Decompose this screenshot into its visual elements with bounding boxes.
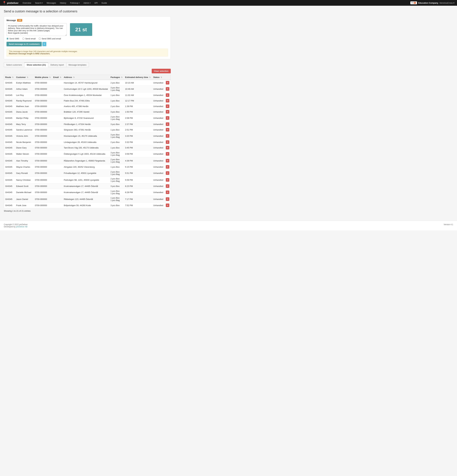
cell-address: Flintåsvägen 1, 47334 Henån <box>63 121 109 127</box>
nav-history[interactable]: History <box>58 0 68 6</box>
nav-search[interactable]: Search ▾ <box>33 0 44 6</box>
cell-delete[interactable]: ✕ <box>165 85 171 92</box>
cell-delete[interactable]: ✕ <box>165 80 171 85</box>
delete-row-button[interactable]: ✕ <box>166 134 169 138</box>
sms-radio-label[interactable]: Send SMS <box>7 37 19 40</box>
col-delivery-time[interactable]: Estimated delivery time ⇅ <box>124 75 152 80</box>
cell-phone: 0700-000000 <box>34 183 52 189</box>
cell-delivery-time: 2:37 PM <box>124 121 152 127</box>
cell-phone: 0700-000000 <box>34 109 52 115</box>
cell-route: GHI345 <box>4 196 15 203</box>
brand[interactable]: 📍 pinDeliver <box>2 1 18 5</box>
cell-delete[interactable]: ✕ <box>165 203 171 208</box>
delete-row-button[interactable]: ✕ <box>166 81 169 85</box>
cell-delete[interactable]: ✕ <box>165 177 171 183</box>
cell-status: Unhandled <box>152 170 165 177</box>
delete-row-button[interactable]: ✕ <box>166 93 169 97</box>
cell-phone: 0700-000000 <box>34 80 52 85</box>
col-packages[interactable]: Packages ⇅ <box>109 75 124 80</box>
cell-delete[interactable]: ✕ <box>165 164 171 170</box>
delete-row-button[interactable]: ✕ <box>166 178 169 182</box>
cell-customer: Diana Jacob <box>15 109 34 115</box>
message-header: Message 195 <box>7 19 168 22</box>
cell-phone: 0700-000000 <box>34 133 52 139</box>
cell-delete[interactable]: ✕ <box>165 183 171 189</box>
clear-selection-button[interactable]: Clear selection <box>152 69 171 73</box>
mail-badge[interactable]: ✉ 0 <box>410 1 417 4</box>
cell-delete[interactable]: ✕ <box>165 98 171 103</box>
delete-row-button[interactable]: ✕ <box>166 87 169 91</box>
delete-row-button[interactable]: ✕ <box>166 122 169 126</box>
info-button[interactable]: ℹ <box>42 42 46 46</box>
tab-show-selection[interactable]: Show selection (21) <box>24 62 48 67</box>
delete-row-button[interactable]: ✕ <box>166 204 169 207</box>
tab-delivery-report[interactable]: Delivery report <box>48 63 66 67</box>
cell-status: Unhandled <box>152 85 165 92</box>
cell-delete[interactable]: ✕ <box>165 145 171 151</box>
cell-delete[interactable]: ✕ <box>165 170 171 177</box>
nav-overview[interactable]: Overview <box>21 0 33 6</box>
tab-select-customers[interactable]: Select customers <box>4 63 24 67</box>
delete-row-button[interactable]: ✕ <box>166 152 169 156</box>
table-row: GHI345 Wayne Charles 0700-000000 Almgata… <box>4 164 171 170</box>
delete-row-button[interactable]: ✕ <box>166 128 169 131</box>
navbar: 📍 pinDeliver Overview Search ▾ Messages … <box>0 0 457 6</box>
cell-delete[interactable]: ✕ <box>165 157 171 164</box>
cell-status: Unhandled <box>152 98 165 103</box>
nav-guide[interactable]: Guide <box>100 0 108 6</box>
col-email[interactable]: Email ⇅ <box>52 75 63 80</box>
cell-delete[interactable]: ✕ <box>165 196 171 203</box>
cell-status: Unhandled <box>152 133 165 139</box>
email-radio[interactable] <box>22 38 25 40</box>
cell-email <box>52 183 63 189</box>
cell-email <box>52 196 63 203</box>
col-route[interactable]: Route ⇅ <box>4 75 15 80</box>
cell-delete[interactable]: ✕ <box>165 109 171 115</box>
cell-delete[interactable]: ✕ <box>165 92 171 98</box>
col-phone[interactable]: Mobile phone ⇅ <box>34 75 52 80</box>
cell-delete[interactable]: ✕ <box>165 103 171 109</box>
email-radio-label[interactable]: Send email <box>22 37 35 40</box>
delete-row-button[interactable]: ✕ <box>166 99 169 102</box>
table-row: GHI345 Walter Steven 0700-000000 Östberg… <box>4 151 171 157</box>
table-area: Clear selection Route ⇅ Customer ⇅ Mobil… <box>4 69 171 212</box>
col-address[interactable]: Address ⇅ <box>63 75 109 80</box>
delete-row-button[interactable]: ✕ <box>166 140 169 144</box>
delete-row-button[interactable]: ✕ <box>166 116 169 120</box>
delete-row-button[interactable]: ✕ <box>166 197 169 201</box>
send-message-button[interactable]: Send message to 21 customers <box>7 42 42 46</box>
nav-messages[interactable]: Messages <box>45 0 58 6</box>
delete-row-button[interactable]: ✕ <box>166 184 169 188</box>
nav-api[interactable]: API <box>93 0 99 6</box>
sms-radio[interactable] <box>7 38 8 40</box>
delete-row-button[interactable]: ✕ <box>166 104 169 108</box>
cell-email <box>52 151 63 157</box>
delete-row-button[interactable]: ✕ <box>166 171 169 175</box>
cell-route: GHI345 <box>4 103 15 109</box>
message-card: Message 195 21 st Send SMS Send email Se… <box>4 16 171 59</box>
cell-delete[interactable]: ✕ <box>165 127 171 133</box>
message-textarea[interactable] <box>7 23 67 36</box>
cell-delete[interactable]: ✕ <box>165 121 171 127</box>
sms-email-radio[interactable] <box>39 38 41 40</box>
delete-row-button[interactable]: ✕ <box>166 159 169 162</box>
sms-email-radio-label[interactable]: Send SMS and email <box>39 37 61 40</box>
delete-row-button[interactable]: ✕ <box>166 110 169 113</box>
tab-message-templates[interactable]: Message-templates <box>66 63 89 67</box>
cell-delete[interactable]: ✕ <box>165 151 171 157</box>
warning-line2: Maximum message length is 8092 character… <box>9 52 50 55</box>
col-actions <box>165 75 171 80</box>
cell-delete[interactable]: ✕ <box>165 115 171 121</box>
nav-admin[interactable]: Admin ▾ <box>82 0 92 6</box>
nav-followup[interactable]: Followup ▾ <box>68 0 81 6</box>
dev-link[interactable]: pinDeliver AB <box>16 226 27 228</box>
col-customer[interactable]: Customer ⇅ <box>15 75 34 80</box>
delete-row-button[interactable]: ✕ <box>166 146 169 149</box>
delete-row-button[interactable]: ✕ <box>166 191 169 194</box>
col-status[interactable]: Status ⇅ <box>152 75 165 80</box>
cell-delete[interactable]: ✕ <box>165 139 171 145</box>
cell-delete[interactable]: ✕ <box>165 189 171 196</box>
cell-delete[interactable]: ✕ <box>165 133 171 139</box>
cell-route: GHI345 <box>4 203 15 208</box>
delete-row-button[interactable]: ✕ <box>166 165 169 169</box>
